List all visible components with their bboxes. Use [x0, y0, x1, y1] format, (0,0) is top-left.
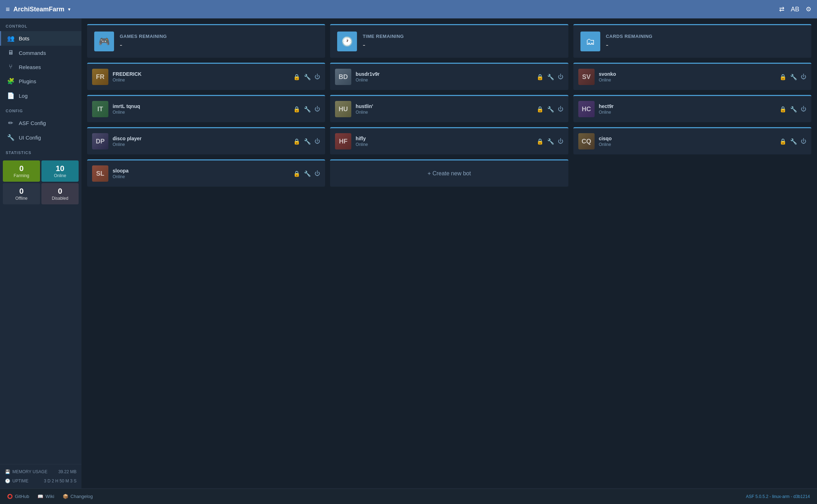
bot-lock-icon-frederick[interactable]: 🔒 — [293, 74, 300, 80]
sidebar-item-releases[interactable]: ⑂ Releases — [0, 60, 81, 74]
bot-power-icon-hifly[interactable]: ⏻ — [558, 138, 563, 145]
bot-lock-icon-hustlin[interactable]: 🔒 — [537, 106, 544, 113]
config-section-label: CONFIG — [0, 103, 81, 116]
stat-online[interactable]: 10 Online — [41, 160, 79, 182]
bot-info-sloopa: sloopa Online — [113, 168, 289, 179]
bot-lock-icon-svonko[interactable]: 🔒 — [779, 74, 787, 80]
bot-name-disco-player: disco player — [113, 136, 289, 141]
bot-lock-icon-busdr1v9r[interactable]: 🔒 — [537, 74, 544, 80]
changelog-icon: 📦 — [63, 494, 68, 499]
bot-lock-icon-hifly[interactable]: 🔒 — [537, 138, 544, 145]
swap-icon[interactable]: ⇄ — [779, 5, 784, 13]
games-card-icon: 🎮 — [94, 32, 114, 51]
bot-power-icon-hect9r[interactable]: ⏻ — [801, 106, 806, 112]
bot-status-hect9r: Online — [599, 110, 775, 115]
bot-card-hustlin[interactable]: HU hustlin' Online 🔒 🔧 ⏻ — [330, 95, 568, 122]
bot-config-icon-frederick[interactable]: 🔧 — [304, 74, 311, 80]
sidebar-releases-label: Releases — [19, 64, 41, 70]
bot-lock-icon-cisqo[interactable]: 🔒 — [779, 138, 787, 145]
app-dropdown[interactable]: ▾ — [68, 6, 70, 12]
bot-lock-icon-imrtl-tqnuq[interactable]: 🔒 — [293, 106, 300, 113]
bot-config-icon-hifly[interactable]: 🔧 — [547, 138, 554, 145]
bot-card-cisqo[interactable]: CQ cisqo Online 🔒 🔧 ⏻ — [573, 127, 811, 154]
changelog-link[interactable]: 📦 Changelog — [63, 494, 93, 499]
bot-info-hustlin: hustlin' Online — [356, 103, 532, 115]
bot-card-hifly[interactable]: HF hifly Online 🔒 🔧 ⏻ — [330, 127, 568, 154]
header-right: ⇄ AB ⚙ — [779, 5, 811, 13]
bot-actions-hustlin: 🔒 🔧 ⏻ — [537, 106, 563, 113]
bot-config-icon-cisqo[interactable]: 🔧 — [790, 138, 797, 145]
wiki-link[interactable]: 📖 Wiki — [38, 494, 54, 499]
bot-status-disco-player: Online — [113, 142, 289, 147]
main-layout: CONTROL 👥 Bots 🖥 Commands ⑂ Releases 🧩 P… — [0, 18, 817, 488]
games-card-info: GAMES REMAINING - — [120, 34, 167, 50]
create-new-bot-button[interactable]: + Create new bot — [330, 159, 568, 187]
uptime-label: 🕐 UPTIME — [5, 478, 28, 483]
bot-lock-icon-disco-player[interactable]: 🔒 — [293, 138, 300, 145]
bottom-bar: ⭕ GitHub 📖 Wiki 📦 Changelog ASF 5.0.5.2 … — [0, 488, 817, 504]
bot-card-svonko[interactable]: SV svonko Online 🔒 🔧 ⏻ — [573, 63, 811, 90]
wiki-icon: 📖 — [38, 494, 43, 499]
stat-disabled[interactable]: 0 Disabled — [41, 183, 79, 204]
bot-card-busdr1v9r[interactable]: BD busdr1v9r Online 🔒 🔧 ⏻ — [330, 63, 568, 90]
stat-farming[interactable]: 0 Farming — [3, 160, 40, 182]
bot-name-hustlin: hustlin' — [356, 103, 532, 109]
sidebar-item-asf-config[interactable]: ✏ ASF Config — [0, 116, 81, 130]
stat-offline[interactable]: 0 Offline — [3, 183, 40, 204]
games-card-value: - — [120, 40, 167, 50]
bot-name-hifly: hifly — [356, 136, 532, 141]
stat-cards-row: 🎮 GAMES REMAINING - 🕐 TIME REMAINING - 🗂… — [87, 24, 811, 58]
bot-config-icon-busdr1v9r[interactable]: 🔧 — [547, 74, 554, 80]
bot-actions-imrtl-tqnuq: 🔒 🔧 ⏻ — [293, 106, 320, 113]
bot-status-hifly: Online — [356, 142, 532, 147]
farming-value: 0 — [19, 164, 23, 173]
bot-power-icon-frederick[interactable]: ⏻ — [314, 74, 320, 80]
bot-card-hect9r[interactable]: HC hect9r Online 🔒 🔧 ⏻ — [573, 95, 811, 122]
sidebar-item-ui-config[interactable]: 🔧 UI Config — [0, 130, 81, 145]
farming-label: Farming — [13, 173, 29, 178]
bot-config-icon-sloopa[interactable]: 🔧 — [304, 170, 311, 177]
releases-icon: ⑂ — [7, 63, 15, 70]
bot-power-icon-imrtl-tqnuq[interactable]: ⏻ — [314, 106, 320, 112]
bot-power-icon-sloopa[interactable]: ⏻ — [314, 170, 320, 177]
bot-avatar-disco-player: DP — [92, 133, 108, 149]
cards-card-info: CARDS REMAINING - — [606, 34, 653, 50]
bot-status-imrtl-tqnuq: Online — [113, 110, 289, 115]
bot-config-icon-svonko[interactable]: 🔧 — [790, 74, 797, 80]
cards-card-label: CARDS REMAINING — [606, 34, 653, 39]
sidebar-item-plugins[interactable]: 🧩 Plugins — [0, 74, 81, 89]
bot-card-imrtl-tqnuq[interactable]: IT imrtL tqnuq Online 🔒 🔧 ⏻ — [87, 95, 325, 122]
bot-actions-svonko: 🔒 🔧 ⏻ — [779, 74, 806, 80]
bot-config-icon-imrtl-tqnuq[interactable]: 🔧 — [304, 106, 311, 113]
bot-info-hect9r: hect9r Online — [599, 103, 775, 115]
sidebar-item-commands[interactable]: 🖥 Commands — [0, 46, 81, 60]
sidebar-item-log[interactable]: 📄 Log — [0, 89, 81, 103]
hamburger-icon[interactable]: ≡ — [6, 5, 10, 13]
bot-lock-icon-hect9r[interactable]: 🔒 — [779, 106, 787, 113]
bot-power-icon-cisqo[interactable]: ⏻ — [801, 138, 806, 145]
bot-card-sloopa[interactable]: SL sloopa Online 🔒 🔧 ⏻ — [87, 159, 325, 187]
app-title: ArchiSteamFarm — [13, 6, 64, 13]
sidebar-item-bots[interactable]: 👥 Bots — [0, 31, 81, 46]
bot-actions-hect9r: 🔒 🔧 ⏻ — [779, 106, 806, 113]
bot-power-icon-svonko[interactable]: ⏻ — [801, 74, 806, 80]
bot-actions-hifly: 🔒 🔧 ⏻ — [537, 138, 563, 145]
statistics-section-label: STATISTICS — [0, 145, 81, 158]
stat-card-games: 🎮 GAMES REMAINING - — [87, 24, 325, 58]
github-link[interactable]: ⭕ GitHub — [7, 494, 29, 499]
bot-config-icon-hect9r[interactable]: 🔧 — [790, 106, 797, 113]
bot-lock-icon-sloopa[interactable]: 🔒 — [293, 170, 300, 177]
bot-config-icon-hustlin[interactable]: 🔧 — [547, 106, 554, 113]
memory-value: 39.22 MB — [58, 469, 76, 474]
bot-info-imrtl-tqnuq: imrtL tqnuq Online — [113, 103, 289, 115]
settings-icon[interactable]: ⚙ — [806, 5, 811, 13]
bot-card-disco-player[interactable]: DP disco player Online 🔒 🔧 ⏻ — [87, 127, 325, 154]
bot-status-busdr1v9r: Online — [356, 78, 532, 83]
control-section-label: CONTROL — [0, 18, 81, 31]
bot-config-icon-disco-player[interactable]: 🔧 — [304, 138, 311, 145]
bot-card-frederick[interactable]: FR FREDERICK Online 🔒 🔧 ⏻ — [87, 63, 325, 90]
translate-icon[interactable]: AB — [791, 6, 799, 13]
bot-power-icon-busdr1v9r[interactable]: ⏻ — [558, 74, 563, 80]
bot-power-icon-disco-player[interactable]: ⏻ — [314, 138, 320, 145]
bot-power-icon-hustlin[interactable]: ⏻ — [558, 106, 563, 112]
